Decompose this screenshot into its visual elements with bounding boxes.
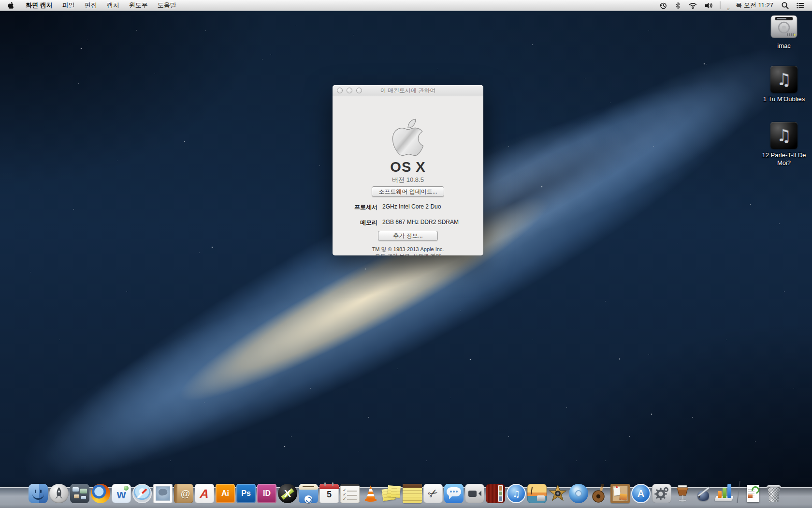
menu-item-edit[interactable]: 편집 [80, 0, 102, 11]
photo-strip [498, 485, 503, 502]
dock-numbers-icon[interactable] [714, 484, 734, 503]
dock-mail-icon[interactable] [153, 484, 173, 503]
copyright-line-2: 모든 권리 보유. 사용권 계약 [333, 253, 483, 255]
ai-letters: Ai [221, 489, 229, 498]
menu-bar-status-area: 2 목 오전 11:27 [656, 0, 812, 11]
dock-pages-icon[interactable] [694, 484, 713, 503]
menu-item-file[interactable]: 파일 [58, 0, 80, 11]
notification-center-icon[interactable] [793, 0, 808, 11]
dock-grab-icon[interactable]: ✂ [423, 484, 443, 503]
dock-photo-booth-icon[interactable] [486, 484, 505, 503]
hard-drive-icon [769, 15, 798, 40]
window-titlebar[interactable]: 이 매킨토시에 관하여 [333, 85, 483, 96]
bluetooth-icon[interactable] [671, 0, 685, 11]
menu-bar: 화면 캡처 파일 편집 캡처 윈도우 도움말 [0, 0, 812, 11]
dock-toast-icon[interactable] [299, 484, 318, 503]
spotlight-icon[interactable] [778, 0, 793, 11]
memory-value: 2GB 667 MHz DDR2 SDRAM [382, 219, 483, 227]
dock-vlc-icon[interactable] [361, 484, 380, 503]
dock-launchpad-icon[interactable] [49, 484, 69, 503]
scissors-icon: ✂ [420, 480, 447, 507]
menu-bar-clock[interactable]: 목 오전 11:27 [731, 1, 778, 10]
traffic-lights [337, 88, 362, 93]
acrobat-a: A [194, 484, 215, 503]
software-update-button[interactable]: 소프트웨어 업데이트... [372, 186, 444, 197]
minimize-button[interactable] [347, 88, 352, 93]
wire-mesh-basket [768, 486, 780, 502]
compass-needle [137, 488, 147, 498]
zoom-button[interactable] [356, 88, 362, 93]
processor-value: 2GHz Intel Core 2 Duo [382, 203, 483, 211]
processor-label: 프로세서 [333, 203, 377, 211]
dock-keynote-icon[interactable] [673, 484, 692, 503]
camera-icon [537, 495, 545, 501]
desktop: 화면 캡처 파일 편집 캡처 윈도우 도움말 [0, 0, 812, 508]
desktop-icon-label: 1 Tu M'Oublies [763, 95, 805, 103]
dock-stickies-icon[interactable] [382, 484, 401, 503]
dock-trash-icon[interactable] [764, 484, 783, 503]
time-machine-icon[interactable] [656, 0, 671, 11]
about-this-mac-window: 이 매킨토시에 관하여 OS X 버전 10.8.5 소프트웨어 업데이 [333, 85, 483, 255]
globe-icon [124, 486, 129, 491]
volume-icon[interactable] [701, 0, 716, 11]
dock-notepad-icon[interactable] [403, 484, 422, 503]
menu-bar-left: 화면 캡처 파일 편집 캡처 윈도우 도움말 [0, 0, 181, 11]
dock-address-book-icon[interactable]: @ [174, 484, 193, 503]
os-version: 버전 10.8.5 [333, 176, 483, 184]
palm-tree [531, 487, 533, 494]
dock-system-preferences-icon[interactable] [652, 484, 671, 503]
os-name: OS X [333, 159, 483, 175]
flame-swirl [304, 495, 312, 503]
menu-item-window[interactable]: 윈도우 [124, 0, 153, 11]
more-info-button[interactable]: 추가 정보... [378, 231, 438, 241]
music-file-icon: ♫ [770, 66, 798, 93]
app-store-a: A [632, 485, 650, 502]
apple-menu-icon[interactable] [0, 0, 21, 11]
memory-label: 메모리 [333, 219, 377, 227]
dock-divider [737, 481, 740, 503]
dock-safari-icon[interactable] [132, 484, 152, 503]
dock-iphoto-icon[interactable] [527, 484, 547, 503]
dock-illustrator-icon[interactable]: Ai [216, 484, 235, 503]
menu-item-app[interactable]: 화면 캡처 [21, 0, 58, 11]
dock-acrobat-icon[interactable]: A [195, 484, 214, 503]
calendar-day: 5 [319, 490, 339, 500]
dock-mission-control-icon[interactable] [70, 484, 89, 503]
dock-reminders-icon[interactable]: ✓ ✓ ✓ [340, 484, 360, 503]
menu-item-help[interactable]: 도움말 [153, 0, 181, 11]
dock-garageband-icon[interactable] [590, 484, 609, 503]
close-button[interactable] [337, 88, 343, 93]
dock-indesign-icon[interactable]: ID [257, 484, 276, 503]
ps-letters: Ps [241, 489, 251, 498]
music-file-icon: ♫ [770, 122, 798, 149]
desktop-icon-label: 12 Parle-T-Il De Moi? [757, 151, 811, 167]
dock-app-store-icon[interactable]: A [631, 484, 651, 503]
dock-firefox-icon[interactable] [91, 484, 110, 503]
dock-facetime-icon[interactable] [465, 484, 484, 503]
music-note-glyph: ♫ [508, 485, 525, 502]
menu-item-capture[interactable]: 캡처 [102, 0, 124, 11]
dock-imovie-icon[interactable] [548, 484, 567, 503]
dock-calendar-icon[interactable]: 5 [319, 484, 339, 503]
desktop-icon-audio-2[interactable]: ♫ 12 Parle-T-Il De Moi? [756, 122, 812, 167]
desktop-icon-audio-1[interactable]: ♫ 1 Tu M'Oublies [756, 66, 812, 103]
dock-quarkxpress-icon[interactable]: X [278, 484, 297, 503]
at-sign: @ [177, 484, 193, 503]
dock-document-icon[interactable] [743, 484, 763, 503]
input-source-flag-icon[interactable]: 2 [716, 0, 731, 11]
speech-bubble [447, 487, 461, 496]
dock-messages-icon[interactable] [444, 484, 464, 503]
copyright-line-1: TM 및 © 1983-2013 Apple Inc. [333, 246, 483, 253]
processor-row: 프로세서 2GHz Intel Core 2 Duo [333, 203, 483, 211]
id-letters: ID [263, 489, 271, 498]
desktop-icon-imac[interactable]: imac [756, 15, 812, 50]
dock-corkboard-app-icon[interactable] [610, 484, 630, 503]
dock-w-writer-icon[interactable]: w [112, 484, 131, 503]
wifi-icon[interactable] [685, 0, 701, 11]
dock-itunes-icon[interactable]: ♫ [507, 484, 526, 503]
dock-idvd-icon[interactable] [569, 484, 588, 503]
music-note-glyph: ♫ [777, 70, 791, 89]
dock-finder-icon[interactable] [29, 484, 48, 503]
dock-photoshop-icon[interactable]: Ps [236, 484, 256, 503]
memory-row: 메모리 2GB 667 MHz DDR2 SDRAM [333, 219, 483, 227]
